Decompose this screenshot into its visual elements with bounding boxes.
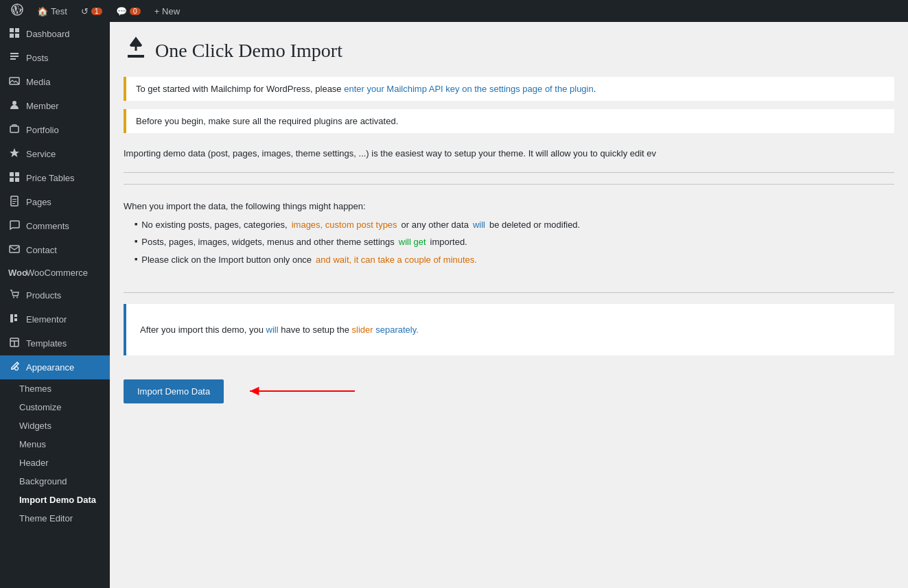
sidebar-item-comments[interactable]: Comments — [0, 214, 110, 238]
new-content[interactable]: + New — [149, 0, 185, 22]
svg-rect-24 — [14, 318, 17, 321]
elementor-icon — [8, 313, 21, 326]
sidebar-item-service[interactable]: Service — [0, 142, 110, 166]
sidebar-item-posts[interactable]: Posts — [0, 46, 110, 70]
dashboard-icon — [8, 27, 21, 40]
comments-icon: 💬 — [116, 6, 127, 16]
sidebar-item-member[interactable]: Member — [0, 94, 110, 118]
member-icon — [8, 99, 21, 113]
import-section: Import Demo Data — [124, 366, 894, 416]
svg-rect-7 — [10, 58, 16, 60]
bullet-1: No existing posts, pages, categories, im… — [135, 218, 894, 232]
comments-link[interactable]: 💬 0 — [110, 0, 146, 22]
home-icon: 🏠 — [37, 6, 48, 16]
wp-icon — [11, 3, 23, 19]
mailchimp-api-link[interactable]: enter your Mailchimp API key on the sett… — [344, 84, 594, 94]
svg-rect-16 — [12, 199, 16, 200]
sidebar-sub-menus[interactable]: Menus — [0, 435, 110, 454]
notice-mailchimp: To get started with Mailchimp for WordPr… — [124, 77, 894, 101]
sidebar-sub-background[interactable]: Background — [0, 472, 110, 491]
page-title-icon — [124, 36, 148, 66]
svg-marker-32 — [250, 387, 259, 396]
svg-rect-3 — [10, 34, 14, 38]
sidebar-item-price-tables[interactable]: Price Tables — [0, 166, 110, 190]
main-layout: Dashboard Posts Media Member Portfolio — [0, 22, 908, 588]
sidebar-item-contact[interactable]: Contact — [0, 238, 110, 262]
appearance-icon — [8, 361, 21, 374]
posts-icon — [8, 51, 21, 64]
svg-rect-19 — [10, 246, 19, 252]
svg-rect-18 — [12, 203, 15, 204]
sidebar-item-woocommerce[interactable]: Woo WooCommerce — [0, 262, 110, 283]
svg-rect-17 — [12, 201, 16, 202]
portfolio-icon — [8, 124, 21, 137]
sidebar-item-pages[interactable]: Pages — [0, 190, 110, 214]
svg-rect-12 — [15, 172, 19, 176]
sidebar-sub-themes[interactable]: Themes — [0, 379, 110, 398]
sidebar-item-portfolio[interactable]: Portfolio — [0, 118, 110, 142]
svg-rect-11 — [10, 172, 14, 176]
sidebar-item-media[interactable]: Media — [0, 70, 110, 94]
svg-point-21 — [16, 297, 18, 298]
svg-rect-14 — [15, 178, 19, 182]
svg-rect-10 — [10, 126, 19, 132]
site-name[interactable]: 🏠 Test — [32, 0, 73, 22]
sidebar-item-templates[interactable]: Templates — [0, 331, 110, 355]
sidebar-sub-header[interactable]: Header — [0, 454, 110, 472]
section-heading: When you import the data, the following … — [124, 201, 894, 211]
main-content: One Click Demo Import To get started wit… — [110, 22, 908, 588]
import-demo-data-button[interactable]: Import Demo Data — [124, 379, 224, 403]
sidebar-sub-import-demo-data[interactable]: Import Demo Data — [0, 491, 110, 509]
svg-rect-23 — [14, 314, 17, 317]
contact-icon — [8, 244, 21, 257]
info-section: When you import the data, the following … — [124, 196, 894, 282]
svg-rect-30 — [128, 55, 144, 58]
arrow-svg — [237, 377, 361, 405]
woocommerce-icon: Woo — [8, 268, 21, 278]
media-icon — [8, 75, 21, 89]
admin-bar: 🏠 Test ↺ 1 💬 0 + New — [0, 0, 908, 22]
sidebar-sub-widgets[interactable]: Widgets — [0, 416, 110, 435]
products-icon — [8, 289, 21, 302]
divider-1 — [124, 184, 894, 185]
demo-notice-box: After you import this demo, you will hav… — [124, 304, 894, 355]
sidebar-sub-theme-editor[interactable]: Theme Editor — [0, 509, 110, 528]
sidebar-item-elementor[interactable]: Elementor — [0, 307, 110, 331]
svg-rect-2 — [15, 28, 19, 32]
service-icon — [8, 148, 21, 161]
page-title-area: One Click Demo Import — [124, 36, 894, 77]
intro-text: Importing demo data (post, pages, images… — [124, 141, 894, 173]
divider-2 — [124, 292, 894, 293]
bullets-list: No existing posts, pages, categories, im… — [124, 218, 894, 267]
updates-icon: ↺ — [81, 6, 89, 16]
price-tables-icon — [8, 172, 21, 185]
svg-rect-13 — [10, 178, 14, 182]
svg-rect-5 — [10, 53, 19, 54]
svg-point-29 — [15, 367, 19, 371]
bullet-3: Please click on the Import button only o… — [135, 253, 894, 267]
svg-rect-6 — [10, 56, 19, 57]
wp-logo[interactable] — [5, 0, 29, 22]
comments-sidebar-icon — [8, 220, 21, 233]
svg-point-9 — [12, 101, 16, 105]
svg-rect-4 — [15, 34, 19, 38]
sidebar-item-products[interactable]: Products — [0, 283, 110, 307]
sidebar-sub-customize[interactable]: Customize — [0, 398, 110, 416]
sidebar-item-dashboard[interactable]: Dashboard — [0, 22, 110, 46]
svg-point-20 — [13, 297, 14, 298]
templates-icon — [8, 337, 21, 350]
notice-plugins: Before you begin, make sure all the requ… — [124, 109, 894, 133]
pages-icon — [8, 196, 21, 209]
arrow-indicator — [237, 377, 361, 405]
svg-rect-22 — [10, 314, 13, 322]
updates[interactable]: ↺ 1 — [75, 0, 108, 22]
page-title: One Click Demo Import — [155, 40, 342, 62]
sidebar: Dashboard Posts Media Member Portfolio — [0, 22, 110, 588]
sidebar-item-appearance[interactable]: Appearance — [0, 355, 110, 379]
svg-rect-1 — [10, 28, 14, 32]
bullet-2: Posts, pages, images, widgets, menus and… — [135, 235, 894, 249]
